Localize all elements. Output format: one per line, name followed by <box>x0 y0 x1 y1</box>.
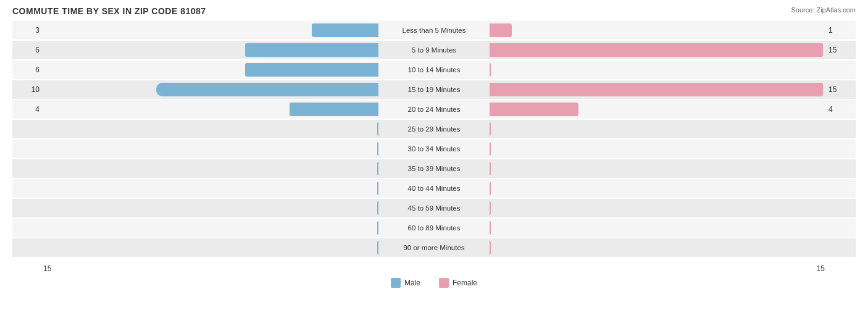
female-bar <box>490 23 512 37</box>
male-bar-wrap <box>43 162 378 175</box>
female-bar <box>490 201 491 215</box>
legend-female-box <box>439 278 449 288</box>
female-bar-wrap <box>490 103 825 116</box>
female-value: 15 <box>825 85 856 94</box>
row-label: 30 to 34 Minutes <box>378 145 490 153</box>
female-bar <box>490 83 823 96</box>
bars-area: 5 to 9 Minutes <box>43 41 825 59</box>
male-bar-wrap <box>43 103 378 116</box>
row-label: 60 to 89 Minutes <box>378 224 490 232</box>
legend-male-label: Male <box>404 279 420 287</box>
row-label: 45 to 59 Minutes <box>378 204 490 212</box>
male-bar-wrap <box>43 241 378 254</box>
legend-male-box <box>391 278 401 288</box>
male-value: 10 <box>12 85 43 94</box>
female-bar <box>490 43 823 57</box>
table-row: 3 Less than 5 Minutes 1 <box>12 21 856 40</box>
female-value: 1 <box>825 26 856 35</box>
table-row: 25 to 29 Minutes <box>12 120 856 138</box>
female-bar-wrap <box>490 221 825 235</box>
table-row: 6 5 to 9 Minutes 15 <box>12 41 856 59</box>
table-row: 6 10 to 14 Minutes <box>12 61 856 79</box>
male-bar-wrap <box>43 43 378 57</box>
table-row: 40 to 44 Minutes <box>12 179 856 198</box>
male-bar-wrap <box>43 182 378 195</box>
female-bar <box>490 221 491 235</box>
female-bar-wrap <box>490 182 825 195</box>
table-row: 35 to 39 Minutes <box>12 159 856 178</box>
female-bar <box>490 103 578 116</box>
female-bar-wrap <box>490 43 825 57</box>
male-bar <box>245 43 378 57</box>
table-row: 10 15 to 19 Minutes 15 <box>12 80 856 99</box>
bars-area: Less than 5 Minutes <box>43 21 825 40</box>
row-label: 25 to 29 Minutes <box>378 125 490 133</box>
chart-title: COMMUTE TIME BY SEX IN ZIP CODE 81087 <box>12 6 856 16</box>
chart-container: COMMUTE TIME BY SEX IN ZIP CODE 81087 So… <box>0 0 868 323</box>
male-bar-wrap <box>43 23 378 37</box>
bars-area: 40 to 44 Minutes <box>43 179 825 198</box>
table-row: 4 20 to 24 Minutes 4 <box>12 100 856 119</box>
row-label: 5 to 9 Minutes <box>378 46 490 54</box>
legend-male: Male <box>391 278 420 288</box>
male-bar-wrap <box>43 122 378 136</box>
row-label: 35 to 39 Minutes <box>378 165 490 172</box>
male-bar <box>290 103 378 116</box>
chart-area: 3 Less than 5 Minutes 1 6 5 to 9 Minutes <box>12 21 856 262</box>
female-bar-wrap <box>490 201 825 215</box>
male-bar-wrap <box>43 221 378 235</box>
row-label: Less than 5 Minutes <box>378 27 490 34</box>
row-label: 90 or more Minutes <box>378 244 490 251</box>
axis-left-label: 15 <box>43 264 51 273</box>
bars-area: 30 to 34 Minutes <box>43 140 825 158</box>
female-value: 4 <box>825 105 856 114</box>
bars-area: 10 to 14 Minutes <box>43 61 825 79</box>
table-row: 30 to 34 Minutes <box>12 140 856 158</box>
bars-area: 90 or more Minutes <box>43 238 825 257</box>
female-bar <box>490 63 491 77</box>
table-row: 60 to 89 Minutes <box>12 219 856 237</box>
bars-area: 15 to 19 Minutes <box>43 80 825 99</box>
table-row: 90 or more Minutes <box>12 238 856 257</box>
male-bar <box>245 63 378 77</box>
male-value: 6 <box>12 46 43 54</box>
female-bar-wrap <box>490 23 825 37</box>
legend-female-label: Female <box>453 279 477 287</box>
male-bar-wrap <box>43 201 378 215</box>
row-label: 10 to 14 Minutes <box>378 66 490 73</box>
male-bar-wrap <box>43 63 378 77</box>
female-value: 15 <box>825 46 856 54</box>
male-value: 6 <box>12 65 43 74</box>
female-bar-wrap <box>490 162 825 175</box>
male-value: 3 <box>12 26 43 35</box>
female-bar <box>490 142 491 156</box>
axis-right-label: 15 <box>817 264 825 273</box>
bars-area: 45 to 59 Minutes <box>43 199 825 217</box>
male-bar-wrap <box>43 142 378 156</box>
female-bar-wrap <box>490 83 825 96</box>
female-bar-wrap <box>490 122 825 136</box>
legend-female: Female <box>439 278 477 288</box>
legend-area: Male Female <box>12 278 856 288</box>
row-label: 15 to 19 Minutes <box>378 86 490 93</box>
source-label: Source: ZipAtlas.com <box>791 6 856 14</box>
female-bar <box>490 162 491 175</box>
male-bar-wrap <box>43 83 378 96</box>
row-label: 40 to 44 Minutes <box>378 185 490 192</box>
female-bar-wrap <box>490 142 825 156</box>
male-value: 4 <box>12 105 43 114</box>
male-bar <box>312 23 378 37</box>
female-bar <box>490 122 491 136</box>
female-bar-wrap <box>490 241 825 254</box>
bars-area: 60 to 89 Minutes <box>43 219 825 237</box>
male-bar <box>156 83 378 96</box>
row-label: 20 to 24 Minutes <box>378 106 490 113</box>
female-bar <box>490 182 491 195</box>
bars-area: 25 to 29 Minutes <box>43 120 825 138</box>
table-row: 45 to 59 Minutes <box>12 199 856 217</box>
axis-labels: 15 15 <box>12 264 856 273</box>
bars-area: 20 to 24 Minutes <box>43 100 825 119</box>
female-bar <box>490 241 491 254</box>
bars-area: 35 to 39 Minutes <box>43 159 825 178</box>
female-bar-wrap <box>490 63 825 77</box>
